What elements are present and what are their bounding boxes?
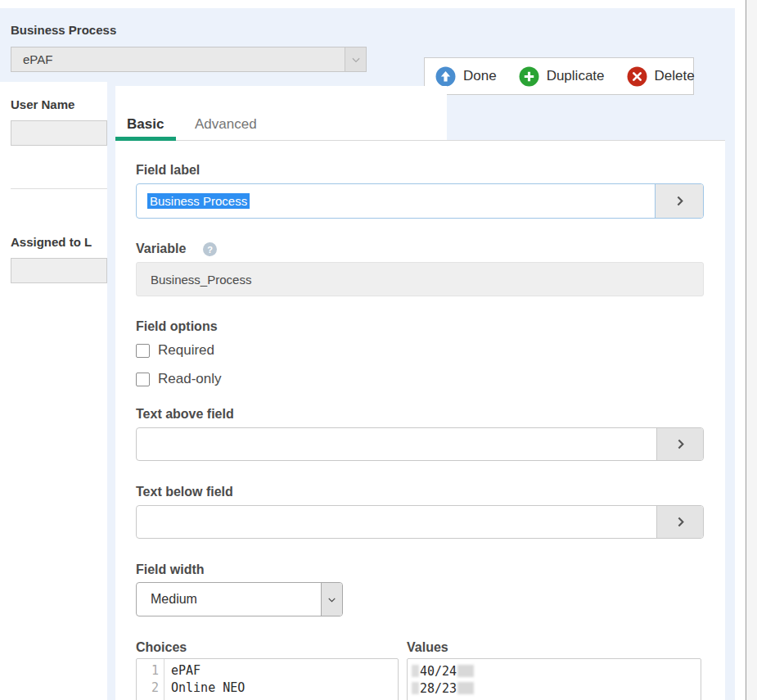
preview-divider — [11, 188, 107, 189]
field-preview-label: Business Process — [11, 23, 116, 37]
readonly-checkbox-label: Read-only — [158, 371, 222, 387]
variable-value: Business_Process — [137, 273, 251, 287]
tab-strip — [115, 86, 447, 140]
values-heading: Values — [407, 640, 448, 655]
done-button-label: Done — [463, 68, 497, 84]
chevron-right-icon — [674, 515, 687, 529]
text-above-group — [136, 427, 704, 461]
required-checkbox-row[interactable]: Required — [136, 342, 214, 359]
choices-line-numbers: 1 2 — [137, 659, 164, 700]
line-number: 2 — [137, 680, 164, 697]
field-options-heading: Field options — [136, 319, 218, 334]
readonly-checkbox-row[interactable]: Read-only — [136, 371, 222, 387]
readonly-checkbox[interactable] — [136, 373, 150, 386]
text-below-group — [136, 505, 704, 539]
duplicate-button-label: Duplicate — [547, 68, 605, 84]
preview-assigned-input[interactable] — [11, 258, 107, 283]
x-circle-icon — [627, 66, 647, 87]
delete-button[interactable]: Delete — [627, 66, 695, 87]
field-width-heading: Field width — [136, 562, 205, 577]
field-label-expand-button[interactable] — [655, 184, 703, 218]
field-label-input[interactable]: Business Process — [136, 183, 704, 219]
field-label-selected-text: Business Process — [147, 193, 250, 209]
delete-button-label: Delete — [655, 68, 695, 84]
help-icon[interactable]: ? — [203, 242, 217, 256]
plus-circle-icon — [519, 66, 539, 87]
line-number: 1 — [137, 662, 164, 680]
duplicate-button[interactable]: Duplicate — [519, 66, 605, 87]
redaction-blur — [457, 665, 474, 677]
preview-user-name-input[interactable] — [11, 120, 107, 146]
text-above-heading: Text above field — [136, 407, 234, 422]
field-toolbar: Done Duplicate Delete — [424, 57, 694, 95]
chevron-right-icon — [673, 194, 687, 208]
text-above-expand-button[interactable] — [656, 428, 703, 460]
choices-editor[interactable]: 1 2 ePAF Online NEO — [136, 658, 399, 700]
text-below-expand-button[interactable] — [656, 506, 703, 538]
arrow-up-circle-icon — [435, 66, 456, 87]
value-line[interactable]: 28/23 — [408, 680, 701, 697]
chevron-down-icon — [345, 47, 366, 71]
field-width-value: Medium — [137, 592, 197, 607]
vertical-scrollbar[interactable] — [746, 0, 757, 700]
form-builder-screen: Business Process ePAF User Name Assigned… — [0, 0, 757, 700]
text-above-input[interactable] — [137, 428, 652, 460]
tab-basic[interactable]: Basic — [127, 116, 164, 133]
choices-lines[interactable]: ePAF Online NEO — [164, 659, 245, 700]
values-editor[interactable]: 40/24 28/23 — [407, 658, 701, 700]
field-label-heading: Field label — [136, 163, 200, 178]
choice-line[interactable]: Online NEO — [171, 680, 245, 697]
done-button[interactable]: Done — [435, 66, 497, 87]
redaction-blur — [412, 665, 419, 677]
redaction-blur — [412, 682, 419, 694]
preview-assigned-label: Assigned to L — [11, 235, 92, 249]
variable-heading: Variable — [136, 242, 186, 256]
required-checkbox[interactable] — [136, 344, 150, 358]
value-text[interactable]: 28/23 — [420, 681, 457, 696]
preview-user-name-label: User Name — [11, 97, 74, 111]
choices-heading: Choices — [136, 640, 187, 655]
required-checkbox-label: Required — [158, 342, 214, 359]
text-below-input[interactable] — [137, 506, 652, 538]
field-width-select[interactable]: Medium — [136, 582, 343, 616]
chevron-right-icon — [674, 437, 687, 451]
variable-readonly-field: Business_Process — [136, 262, 704, 296]
choice-line[interactable]: ePAF — [171, 662, 245, 680]
field-preview-dropdown-value: ePAF — [11, 52, 52, 66]
value-line[interactable]: 40/24 — [408, 662, 701, 680]
field-preview-dropdown[interactable]: ePAF — [11, 47, 367, 72]
redaction-blur — [457, 682, 474, 694]
chevron-down-icon — [321, 583, 342, 616]
tab-advanced[interactable]: Advanced — [195, 116, 257, 133]
value-text[interactable]: 40/24 — [420, 664, 457, 679]
text-below-heading: Text below field — [136, 485, 233, 499]
